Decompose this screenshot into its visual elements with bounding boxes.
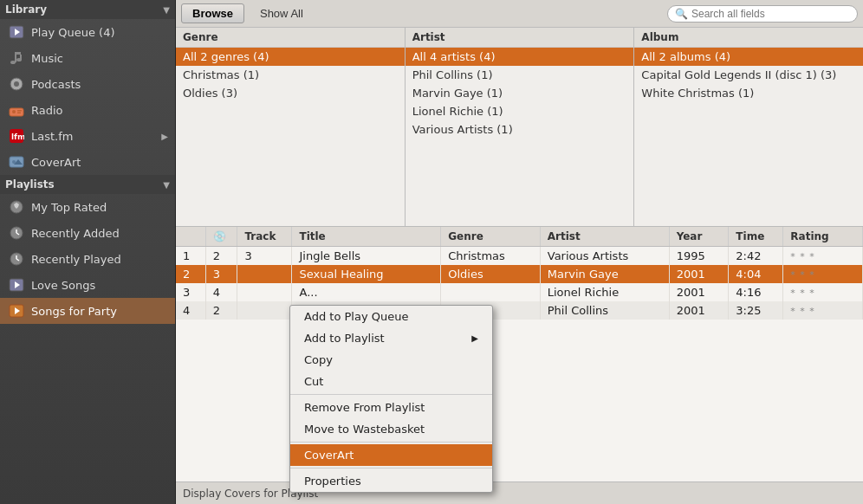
context-separator-3 <box>290 468 492 468</box>
sidebar-item-label: Podcasts <box>31 78 81 91</box>
row-title: A... <box>292 283 441 301</box>
row-track <box>237 265 292 283</box>
svg-rect-4 <box>15 52 21 55</box>
context-add-to-playlist[interactable]: Add to Playlist ▶ <box>290 327 492 349</box>
my-top-rated-icon <box>7 197 26 216</box>
genre-item-christmas[interactable]: Christmas (1) <box>176 66 405 84</box>
row-artist: Lionel Richie <box>540 283 669 301</box>
sidebar-item-label: Radio <box>31 104 63 117</box>
artist-header: Artist <box>406 28 634 48</box>
context-copy[interactable]: Copy <box>290 349 492 371</box>
track-list: 1 2 3 Jingle Bells Christmas Various Art… <box>176 247 863 320</box>
context-add-to-play-queue[interactable]: Add to Play Queue <box>290 306 492 327</box>
coverart-icon <box>7 152 26 171</box>
sidebar-item-recently-played[interactable]: Recently Played <box>0 246 175 272</box>
row-disc: 3 <box>205 265 237 283</box>
search-box: 🔍 <box>667 5 858 23</box>
table-row[interactable]: 3 4 A... Lionel Richie 2001 4:16 * * * <box>176 283 863 301</box>
sidebar-item-recently-added[interactable]: Recently Added <box>0 220 175 246</box>
row-genre: Oldies <box>441 265 541 283</box>
album-item-white-christmas[interactable]: White Christmas (1) <box>634 84 863 102</box>
context-remove-from-playlist[interactable]: Remove From Playlist <box>290 397 492 418</box>
genre-item-oldies[interactable]: Oldies (3) <box>176 84 405 102</box>
sidebar-item-podcasts[interactable]: Podcasts <box>0 71 175 97</box>
row-rating: * * * <box>783 301 863 320</box>
artist-item-phil-collins[interactable]: Phil Collins (1) <box>406 66 634 84</box>
row-rating: * * * <box>783 283 863 301</box>
col-year[interactable]: Year <box>669 227 729 247</box>
row-time: 4:04 <box>729 265 783 283</box>
row-year: 1995 <box>669 247 729 266</box>
album-panel: Album All 2 albums (4) Capital Gold Lege… <box>634 28 863 226</box>
artist-item-various[interactable]: Various Artists (1) <box>406 120 634 139</box>
row-artist: Phil Collins <box>540 301 669 320</box>
sidebar-item-label: Music <box>31 52 63 65</box>
row-title: Jingle Bells <box>292 247 441 266</box>
col-time[interactable]: Time <box>729 227 783 247</box>
genre-item-all[interactable]: All 2 genres (4) <box>176 48 405 66</box>
artist-list: All 4 artists (4) Phil Collins (1) Marvi… <box>406 48 634 226</box>
sidebar: Library ▼ Play Queue (4) <box>0 0 176 504</box>
context-move-to-wastebasket[interactable]: Move to Wastebasket <box>290 418 492 440</box>
sidebar-item-play-queue[interactable]: Play Queue (4) <box>0 19 175 45</box>
album-item-capital-gold[interactable]: Capital Gold Legends II (disc 1) (3) <box>634 66 863 84</box>
artist-item-all[interactable]: All 4 artists (4) <box>406 48 634 66</box>
row-track <box>237 301 292 320</box>
disc-icon: 💿 <box>213 230 226 242</box>
table-row[interactable]: 1 2 3 Jingle Bells Christmas Various Art… <box>176 247 863 266</box>
row-year: 2001 <box>669 301 729 320</box>
sidebar-item-coverart[interactable]: CoverArt <box>0 149 175 175</box>
top-bar: Browse Show All 🔍 <box>176 0 863 28</box>
col-track[interactable]: Track <box>237 227 292 247</box>
music-icon <box>7 48 26 68</box>
submenu-arrow: ▶ <box>471 333 478 343</box>
context-properties[interactable]: Properties <box>290 470 492 492</box>
col-rating[interactable]: Rating <box>783 227 863 247</box>
context-cut[interactable]: Cut <box>290 371 492 392</box>
playlists-arrow: ▼ <box>163 180 170 190</box>
table-row[interactable]: 2 3 Sexual Healing Oldies Marvin Gaye 20… <box>176 265 863 283</box>
search-icon: 🔍 <box>675 8 688 20</box>
sidebar-item-label: Recently Added <box>31 227 120 240</box>
sidebar-item-lastfm[interactable]: lfm Last.fm ▶ <box>0 123 175 149</box>
search-input[interactable] <box>691 8 850 20</box>
table-header-row: 💿 Track Title Genre Artist Year Time Rat… <box>176 227 863 247</box>
sidebar-item-music[interactable]: Music <box>0 45 175 71</box>
show-all-button[interactable]: Show All <box>250 4 314 23</box>
row-artist: Various Artists <box>540 247 669 266</box>
browse-button[interactable]: Browse <box>181 3 244 23</box>
col-title[interactable]: Title <box>292 227 441 247</box>
context-coverart[interactable]: CoverArt <box>290 444 492 466</box>
sidebar-item-label: Play Queue (4) <box>31 26 115 39</box>
podcasts-icon <box>7 74 26 94</box>
col-artist[interactable]: Artist <box>540 227 669 247</box>
sidebar-item-love-songs[interactable]: Love Songs <box>0 272 175 298</box>
sidebar-item-label: Last.fm <box>31 130 73 143</box>
artist-item-lionel-richie[interactable]: Lionel Richie (1) <box>406 102 634 120</box>
col-genre[interactable]: Genre <box>441 227 541 247</box>
row-disc: 4 <box>205 283 237 301</box>
browse-panels: Genre All 2 genres (4) Christmas (1) Old… <box>176 28 863 227</box>
svg-point-10 <box>12 110 16 113</box>
sidebar-item-radio[interactable]: Radio <box>0 97 175 123</box>
svg-rect-12 <box>17 113 21 114</box>
svg-rect-11 <box>17 110 22 112</box>
artist-item-marvin-gaye[interactable]: Marvin Gaye (1) <box>406 84 634 102</box>
lastfm-icon: lfm <box>7 126 26 145</box>
sidebar-item-my-top-rated[interactable]: My Top Rated <box>0 194 175 220</box>
row-disc: 2 <box>205 247 237 266</box>
recently-added-icon <box>7 223 26 242</box>
context-separator-2 <box>290 442 492 443</box>
row-track <box>237 283 292 301</box>
table-row[interactable]: 4 2 Ag... Phil Collins 2001 3:25 * * * <box>176 301 863 320</box>
lastfm-arrow: ▶ <box>161 132 168 141</box>
row-num: 1 <box>176 247 205 266</box>
library-label: Library <box>5 3 47 16</box>
sidebar-item-songs-for-party[interactable]: Songs for Party <box>0 298 175 324</box>
playlists-label: Playlists <box>5 178 55 191</box>
row-num: 2 <box>176 265 205 283</box>
track-table: 💿 Track Title Genre Artist Year Time Rat… <box>176 227 863 320</box>
context-separator-1 <box>290 394 492 395</box>
status-bar: Display Covers for Playlist <box>176 481 863 504</box>
album-item-all[interactable]: All 2 albums (4) <box>634 48 863 66</box>
